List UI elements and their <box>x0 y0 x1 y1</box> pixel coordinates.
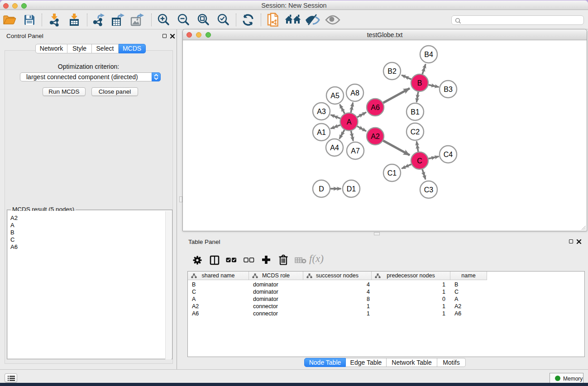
svg-text:C1: C1 <box>387 169 397 177</box>
svg-text:D: D <box>319 185 324 193</box>
svg-text:A7: A7 <box>351 147 360 155</box>
svg-text:C3: C3 <box>424 186 434 194</box>
svg-text:B: B <box>417 79 422 87</box>
svg-text:A3: A3 <box>317 108 326 115</box>
svg-text:C2: C2 <box>411 128 420 136</box>
svg-text:D1: D1 <box>347 185 356 193</box>
svg-text:A4: A4 <box>330 144 339 152</box>
svg-text:C4: C4 <box>444 151 453 158</box>
svg-text:A5: A5 <box>330 92 339 100</box>
svg-text:A1: A1 <box>317 129 326 136</box>
svg-text:C: C <box>417 157 422 165</box>
svg-text:B3: B3 <box>444 86 453 93</box>
svg-text:B4: B4 <box>424 51 433 58</box>
svg-text:A: A <box>347 118 352 126</box>
svg-text:A2: A2 <box>371 133 380 140</box>
svg-text:A6: A6 <box>371 104 380 111</box>
svg-text:B2: B2 <box>387 67 397 75</box>
svg-text:B1: B1 <box>411 108 420 116</box>
svg-text:A8: A8 <box>350 89 359 97</box>
